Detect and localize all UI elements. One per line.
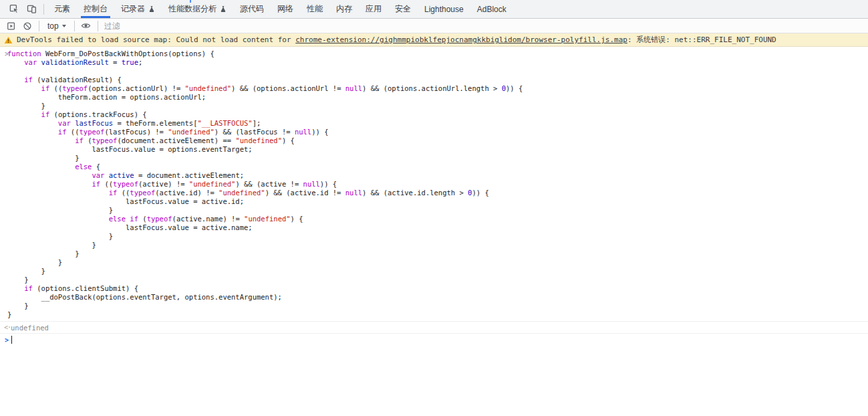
chevron-down-icon <box>62 25 66 27</box>
devtools-window: 元素 控制台 记录器 性能数据分析 源代码 网络 <box>0 0 868 416</box>
tab-label: 记录器 <box>121 3 145 15</box>
console-result: <· undefined <box>0 322 868 334</box>
tab-performance-insights[interactable]: 性能数据分析 <box>162 0 233 18</box>
console-toolbar: top <box>0 19 868 33</box>
tab-security[interactable]: 安全 <box>388 0 418 18</box>
tab-adblock[interactable]: AdBlock <box>470 0 513 18</box>
console-output: > function WebForm_DoPostBackWithOptions… <box>0 47 868 346</box>
inspect-cursor-icon <box>9 4 19 14</box>
execution-context-label: top <box>47 21 59 31</box>
tab-label: 性能 <box>307 3 323 15</box>
tab-label: 控制台 <box>84 3 108 15</box>
warning-text-after-link: : 系统错误: net::ERR_FILE_NOT_FOUND <box>627 35 776 44</box>
tab-memory[interactable]: 内存 <box>329 0 359 18</box>
live-expression-button[interactable] <box>78 19 94 33</box>
tab-console[interactable]: 控制台 <box>77 0 114 18</box>
tab-label: Lighthouse <box>424 5 464 14</box>
source-map-warning-bar: DevTools failed to load source map: Coul… <box>0 33 868 47</box>
inspect-element-button[interactable] <box>5 1 23 17</box>
tab-label: 性能数据分析 <box>168 3 216 15</box>
experiment-flask-icon <box>220 5 227 13</box>
warning-message: DevTools failed to load source map: Coul… <box>17 35 776 45</box>
execution-context-selector[interactable]: top <box>43 21 71 31</box>
top-edge-artifact <box>190 0 191 3</box>
source-map-link[interactable]: chrome-extension://gighmmpiobklfepjocnam… <box>295 35 627 44</box>
console-input-echo: > function WebForm_DoPostBackWithOptions… <box>0 47 868 322</box>
input-echo-chevron-icon: > <box>0 49 7 319</box>
toolbar-separator <box>43 4 44 15</box>
tab-label: 元素 <box>54 3 70 15</box>
console-sidebar-icon <box>7 21 16 31</box>
tab-application[interactable]: 应用 <box>359 0 388 18</box>
tab-label: AdBlock <box>477 5 507 14</box>
clear-console-icon <box>23 21 32 31</box>
text-cursor <box>11 336 12 344</box>
clear-console-button[interactable] <box>19 19 35 33</box>
warning-text-before-link: DevTools failed to load source map: Coul… <box>17 35 295 44</box>
tab-label: 网络 <box>277 3 293 15</box>
console-filter-input[interactable] <box>102 20 382 32</box>
experiment-flask-icon <box>148 5 155 13</box>
console-sidebar-toggle-button[interactable] <box>3 19 19 33</box>
devtools-tabbar: 元素 控制台 记录器 性能数据分析 源代码 网络 <box>0 0 868 19</box>
tab-sources[interactable]: 源代码 <box>233 0 271 18</box>
tab-performance[interactable]: 性能 <box>300 0 329 18</box>
toolbar-separator <box>74 21 75 31</box>
result-arrow-icon: <· <box>0 324 11 331</box>
tab-recorder[interactable]: 记录器 <box>114 0 162 18</box>
echoed-code: function WebForm_DoPostBackWithOptions(o… <box>7 49 523 319</box>
toolbar-separator <box>98 21 98 31</box>
toolbar-separator <box>39 21 39 31</box>
device-toolbar-icon <box>27 4 37 14</box>
result-value: undefined <box>11 324 49 332</box>
eye-icon <box>81 21 91 31</box>
tab-lighthouse[interactable]: Lighthouse <box>418 0 470 18</box>
console-input[interactable]: > <box>0 334 868 346</box>
tab-label: 内存 <box>336 3 352 15</box>
warning-triangle-icon <box>4 36 13 44</box>
tab-label: 应用 <box>366 3 382 15</box>
prompt-chevron-icon: > <box>0 336 11 344</box>
toggle-device-toolbar-button[interactable] <box>23 1 40 17</box>
tab-network[interactable]: 网络 <box>271 0 300 18</box>
tab-label: 安全 <box>395 3 411 15</box>
tab-elements[interactable]: 元素 <box>47 0 77 18</box>
tab-label: 源代码 <box>240 3 264 15</box>
